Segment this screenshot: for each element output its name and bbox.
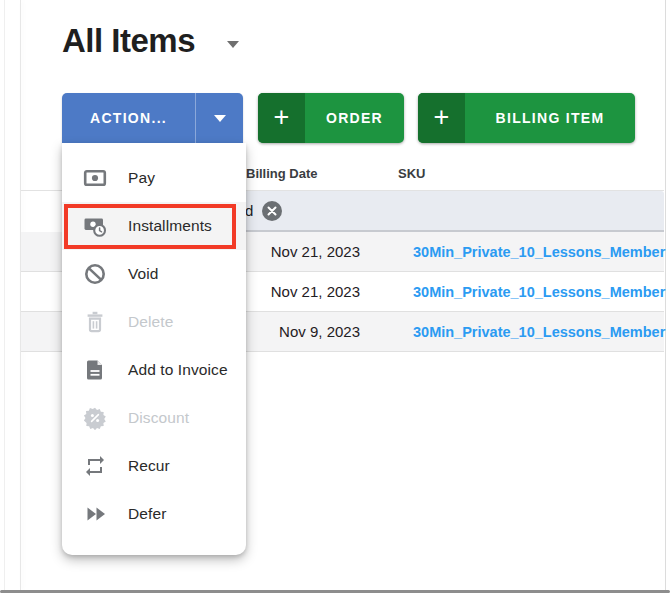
sku-link[interactable]: 30Min_Private_10_Lessons_Member	[413, 324, 665, 340]
menu-item-label: Defer	[128, 505, 166, 523]
column-header-sku[interactable]: SKU	[398, 166, 425, 181]
trash-icon	[83, 310, 107, 334]
menu-item-label: Pay	[128, 169, 155, 187]
action-split-button[interactable]: ACTION...	[62, 93, 243, 143]
menu-item-label: Void	[128, 265, 159, 283]
discount-badge-icon	[83, 406, 107, 430]
menu-item-void[interactable]: Void	[62, 250, 246, 298]
billing-date-cell: Nov 21, 2023	[246, 283, 360, 300]
selection-text-fragment: d	[245, 202, 253, 219]
order-button-label: ORDER	[326, 110, 383, 126]
menu-item-label: Installments	[128, 217, 212, 235]
menu-item-label: Recur	[128, 457, 170, 475]
chevron-down-icon	[214, 115, 226, 122]
action-dropdown-menu: Pay Installments Void	[62, 143, 246, 555]
plus-icon: +	[258, 93, 305, 143]
menu-item-recur[interactable]: Recur	[62, 442, 246, 490]
menu-item-delete: Delete	[62, 298, 246, 346]
menu-item-label: Discount	[128, 409, 189, 427]
menu-item-label: Add to Invoice	[128, 361, 228, 379]
billing-item-button-label: BILLING ITEM	[496, 110, 605, 126]
add-order-button[interactable]: + ORDER	[258, 93, 404, 143]
repeat-icon	[83, 454, 107, 478]
billing-date-cell: Nov 21, 2023	[246, 243, 360, 260]
action-dropdown-toggle[interactable]	[196, 93, 243, 143]
menu-item-pay[interactable]: Pay	[62, 154, 246, 202]
screenshot-frame: All Items Billing Date SKU d Nov 21, 202…	[0, 0, 670, 599]
menu-item-add-to-invoice[interactable]: Add to Invoice	[62, 346, 246, 394]
left-edge-line	[4, 0, 5, 591]
sku-link[interactable]: 30Min_Private_10_Lessons_Member	[413, 244, 665, 260]
menu-item-discount: Discount	[62, 394, 246, 442]
add-billing-item-button[interactable]: + BILLING ITEM	[418, 93, 635, 143]
installments-icon	[83, 214, 107, 238]
action-button-label: ACTION...	[90, 110, 167, 126]
bottom-edge-line	[0, 590, 670, 593]
menu-item-label: Delete	[128, 313, 173, 331]
page-title: All Items	[62, 22, 195, 60]
document-icon	[83, 358, 107, 382]
menu-item-defer[interactable]: Defer	[62, 490, 246, 538]
fast-forward-icon	[83, 502, 107, 526]
sku-link[interactable]: 30Min_Private_10_Lessons_Member	[413, 284, 665, 300]
close-icon[interactable]	[262, 201, 282, 221]
menu-item-installments[interactable]: Installments	[62, 202, 246, 250]
payments-icon	[83, 166, 107, 190]
column-header-billing-date[interactable]: Billing Date	[246, 166, 318, 181]
plus-icon: +	[418, 93, 465, 143]
title-dropdown-caret-icon[interactable]	[227, 41, 239, 48]
billing-date-cell: Nov 9, 2023	[246, 323, 360, 340]
block-icon	[83, 262, 107, 286]
